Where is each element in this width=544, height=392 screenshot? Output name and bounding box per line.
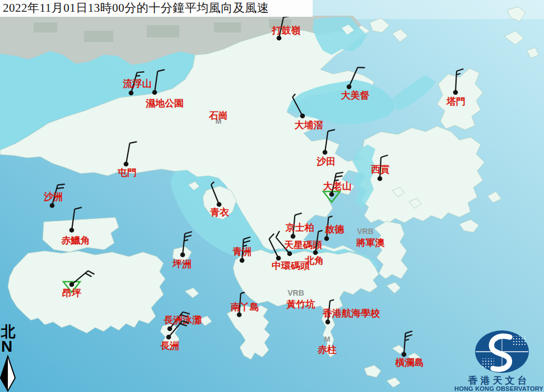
station-dot (324, 236, 329, 241)
station-label: 啟德 (324, 224, 345, 235)
station-dot (277, 36, 282, 41)
station-dot (402, 352, 407, 357)
station-dot (326, 320, 331, 325)
station-label: 流浮山 (123, 78, 152, 89)
station-dot (69, 228, 75, 233)
sai-kung-land (357, 126, 485, 224)
station-label: 沙田 (316, 156, 336, 167)
station-dot (237, 312, 242, 318)
missing-data-marker: M (324, 335, 331, 343)
north-indicator: 北 N (0, 325, 25, 392)
station-dot (180, 253, 185, 258)
station-label: 青衣 (210, 207, 230, 218)
station-label: 打鼓嶺 (272, 25, 301, 36)
station-label: 昂坪 (62, 288, 81, 298)
station-label: 橫瀾島 (395, 357, 424, 368)
station-label: 坪洲 (172, 259, 192, 269)
station-dot (50, 203, 55, 208)
wind-map-screen: 打鼓嶺流浮山濕地公園M石崗大美督塔門大埔滘沙田屯門西貢沙洲大老山青衣赤鱲角京士柏… (0, 0, 544, 392)
station-label: 中環碼頭 (272, 260, 310, 271)
station-label: 屯門 (117, 167, 137, 178)
station-dot (240, 258, 245, 263)
station-label: 南丫島 (231, 302, 259, 312)
compass-needle-icon (0, 355, 17, 392)
hko-logo-icon (454, 324, 544, 374)
station-label: 青洲 (233, 246, 252, 257)
station-label: 黃竹坑 (286, 298, 315, 310)
station-dot (347, 85, 352, 90)
station-label: 京士柏 (285, 222, 314, 233)
station-label: 長洲泳灘 (164, 315, 202, 325)
station-label: 北角 (304, 255, 324, 266)
station-dot (152, 90, 157, 95)
station-dot (168, 326, 173, 332)
station-dot (291, 234, 296, 239)
variable-wind-marker: VRB (287, 288, 304, 297)
station-dot (300, 114, 305, 119)
station-label: 沙洲 (43, 192, 63, 202)
station-dot (453, 90, 458, 95)
north-label-en: N (1, 339, 12, 354)
variable-wind-marker: VRB (357, 227, 374, 236)
station-label: 濕地公園 (145, 98, 184, 109)
station-dot (129, 91, 134, 96)
station-dot (287, 251, 292, 256)
airport-island (43, 217, 119, 252)
station-label: 赤鱲角 (61, 235, 90, 246)
hko-logo: 香港天文台 HONG KONG OBSERVATORY (454, 324, 544, 392)
station-label: 長洲 (160, 340, 179, 351)
station-dot (313, 250, 318, 255)
station-label: 西貢 (370, 164, 390, 175)
station-label: 大埔滘 (295, 120, 323, 130)
station-dot (323, 150, 328, 155)
station-dot (378, 176, 383, 181)
station-dot (166, 335, 171, 340)
station-label: 大老山 (323, 181, 352, 192)
station-label: 石崗 (208, 110, 228, 121)
station-label: 塔門 (446, 96, 466, 107)
map-title: 2022年11月01日13時00分的十分鐘平均風向及風速 (0, 0, 313, 17)
station-dot (217, 202, 222, 207)
station-label: 赤柱 (317, 344, 337, 355)
station-dot (329, 192, 334, 197)
station-label: 大美督 (341, 90, 370, 101)
station-label: 香港航海學校 (322, 308, 380, 319)
hko-logo-en: HONG KONG OBSERVATORY (454, 385, 544, 392)
station-dot (276, 256, 281, 261)
station-dot (124, 162, 129, 167)
station-label: 將軍澳 (356, 237, 385, 248)
station-dot (69, 282, 75, 287)
